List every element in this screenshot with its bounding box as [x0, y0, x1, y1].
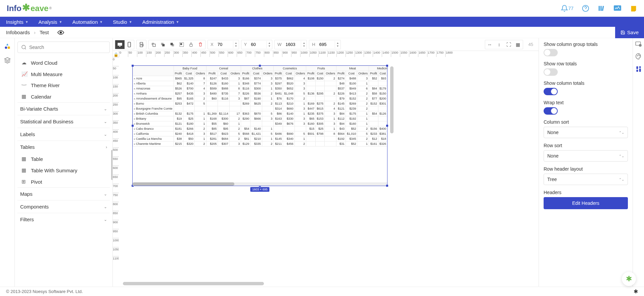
- grid-button[interactable]: ▦: [513, 40, 523, 49]
- item-theme-river[interactable]: 〰Theme River: [17, 80, 110, 91]
- print-button[interactable]: [137, 40, 146, 49]
- section-labels[interactable]: Labels⌄: [17, 128, 110, 140]
- toggle-row-totals[interactable]: [544, 68, 558, 76]
- chevron-updown-icon: ⌃⌄: [619, 131, 624, 134]
- item-word-cloud[interactable]: ☁Word Cloud: [17, 57, 110, 68]
- nav-administration[interactable]: Administration▼: [142, 19, 179, 25]
- w-input[interactable]: [284, 42, 301, 47]
- nav-automation[interactable]: Automation▼: [72, 19, 103, 25]
- h-input-group: H ▲▼: [309, 40, 340, 49]
- topbar-icons: 77: [561, 5, 637, 12]
- nav-analysis[interactable]: Analysis▼: [39, 19, 62, 25]
- nav-insights[interactable]: Insights▼: [6, 19, 29, 25]
- fit-v-button[interactable]: ↕: [495, 40, 504, 49]
- group-button[interactable]: [177, 40, 186, 49]
- topbar: Info ✱ eave ® 77: [0, 0, 644, 17]
- help-icon: [582, 5, 589, 12]
- bring-front-button[interactable]: [168, 40, 177, 49]
- y-spinners[interactable]: ▲▼: [266, 41, 272, 48]
- prop-wrap-text-label: Wrap text: [544, 100, 628, 105]
- pivot-widget[interactable]: Baby FoodCerealClothesCosmeticsFruitsMea…: [132, 65, 387, 186]
- item-table[interactable]: ▦Table: [17, 153, 110, 165]
- prop-row-sort-label: Row sort: [544, 143, 628, 148]
- copy-button[interactable]: [149, 40, 158, 49]
- floating-help-button[interactable]: ✱: [622, 272, 636, 286]
- section-components[interactable]: Components⌄: [17, 200, 110, 213]
- preview-button[interactable]: [57, 30, 64, 35]
- toggle-col-totals[interactable]: [544, 88, 558, 95]
- monitor-icon: [613, 5, 622, 12]
- lock-icon: [189, 42, 193, 47]
- item-table-summary[interactable]: ▦Table With Summary: [17, 165, 110, 176]
- rail-settings-button[interactable]: [635, 42, 642, 47]
- library-button[interactable]: [598, 5, 605, 12]
- y-input[interactable]: [249, 42, 266, 47]
- lock-button[interactable]: [186, 40, 196, 49]
- monitor-button[interactable]: [613, 5, 622, 12]
- svg-rect-2: [600, 6, 602, 11]
- help-button[interactable]: [582, 5, 589, 12]
- svg-rect-12: [118, 43, 122, 46]
- pivot-horizontal-scrollbar[interactable]: [133, 182, 387, 186]
- nav-studio[interactable]: Studio▼: [113, 19, 132, 25]
- rail-layers-button[interactable]: [4, 57, 11, 64]
- notes-button[interactable]: [630, 5, 637, 12]
- notifications-button[interactable]: 77: [561, 5, 573, 12]
- toggle-wrap-text[interactable]: [544, 107, 558, 115]
- brand-logo: Info ✱ eave ®: [7, 3, 52, 14]
- edit-headers-button[interactable]: Edit Headers: [544, 197, 628, 209]
- svg-marker-9: [4, 58, 10, 60]
- search-input[interactable]: [29, 45, 106, 50]
- svg-rect-15: [140, 45, 143, 47]
- select-column-sort[interactable]: None⌃⌄: [544, 127, 628, 138]
- table-icon: ▦: [21, 156, 28, 162]
- rail-palette-button[interactable]: [635, 53, 642, 60]
- section-maps[interactable]: Maps⌄: [17, 187, 110, 200]
- send-back-button[interactable]: [158, 40, 168, 49]
- right-rail: [633, 38, 644, 287]
- x-input[interactable]: [216, 42, 233, 47]
- w-spinners[interactable]: ▲▼: [301, 41, 307, 48]
- chevron-updown-icon: ⌃⌄: [619, 178, 624, 181]
- canvas-toolbar: X ▲▼ Y ▲▼ W ▲▼ H ▲▼ ↔ ↕: [113, 38, 539, 51]
- select-row-sort[interactable]: None⌃⌄: [544, 150, 628, 162]
- canvas-vertical-scrollbar[interactable]: [390, 66, 394, 177]
- fullscreen-button[interactable]: ⛶: [504, 40, 513, 49]
- canvas-scroll[interactable]: Baby FoodCerealClothesCosmeticsFruitsMea…: [119, 57, 539, 287]
- device-desktop-button[interactable]: [115, 40, 125, 49]
- item-pivot[interactable]: ⊞Pivot: [17, 176, 110, 187]
- svg-rect-16: [153, 44, 155, 47]
- svg-rect-8: [7, 47, 10, 49]
- debug-button[interactable]: ✱: [634, 288, 638, 295]
- select-row-header-layout[interactable]: Tree⌃⌄: [544, 174, 628, 185]
- x-spinners[interactable]: ▲▼: [233, 41, 239, 48]
- section-filters[interactable]: Filters⌄: [17, 213, 110, 226]
- rail-properties-button[interactable]: [636, 66, 642, 72]
- section-tables[interactable]: Tables›: [17, 140, 110, 153]
- search-box[interactable]: [17, 42, 110, 53]
- ruler-lock-icon[interactable]: 🔒: [113, 52, 119, 57]
- books-icon: [598, 5, 605, 12]
- calendar-icon: ▦: [21, 94, 28, 100]
- section-statistical[interactable]: Statistical and Business⌄: [17, 115, 110, 128]
- crumb-root[interactable]: Infoboards: [6, 29, 30, 35]
- canvas-inner[interactable]: Baby FoodCerealClothesCosmeticsFruitsMea…: [119, 57, 539, 245]
- device-mobile-button[interactable]: [125, 40, 134, 49]
- canvas-horizontal-scrollbar[interactable]: [123, 282, 264, 285]
- delete-button[interactable]: [196, 40, 205, 49]
- item-multi-measure[interactable]: 📈Multi Measure: [17, 68, 110, 80]
- item-calendar[interactable]: ▦Calendar: [17, 91, 110, 102]
- toggle-col-group-totals[interactable]: [544, 49, 558, 56]
- section-bivariate[interactable]: Bi-Variate Charts⌄: [17, 102, 110, 115]
- svg-rect-29: [636, 66, 638, 69]
- h-spinners[interactable]: ▲▼: [335, 41, 340, 48]
- breadcrumb: Infoboards › Test: [6, 29, 64, 35]
- save-button[interactable]: Save: [615, 27, 644, 38]
- h-input[interactable]: [318, 42, 335, 47]
- rail-widgets-button[interactable]: [4, 43, 11, 50]
- fit-h-button[interactable]: ↔: [485, 40, 495, 49]
- svg-rect-30: [636, 70, 638, 72]
- svg-point-7: [5, 47, 7, 49]
- chart-type-list: ☁Word Cloud 📈Multi Measure 〰Theme River …: [17, 57, 110, 102]
- prop-col-totals-label: Show column totals: [544, 80, 628, 86]
